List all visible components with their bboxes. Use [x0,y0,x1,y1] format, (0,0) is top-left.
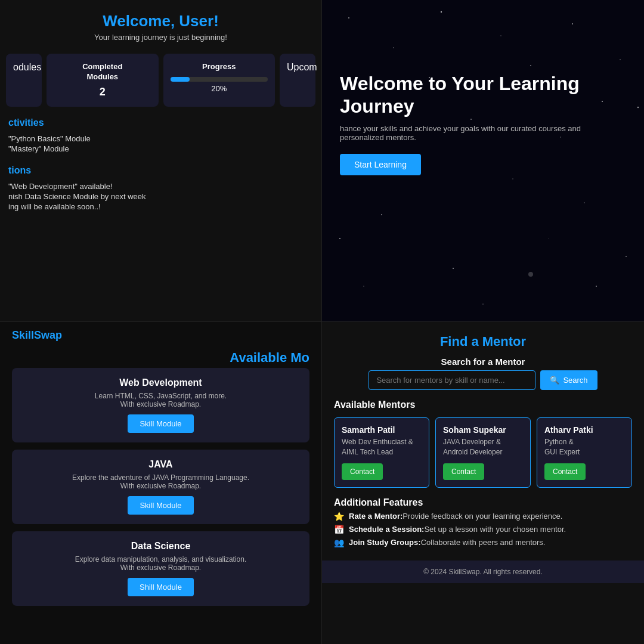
stat-label-modules-partial: odules [13,62,35,73]
svg-point-23 [363,286,364,286]
svg-point-1 [348,17,349,18]
notification-item-1: "Web Development" available! [8,182,313,191]
hero-title: Welcome to Your Learning Journey [340,72,626,118]
calendar-icon: 📅 [334,525,344,534]
mentor-role-soham: JAVA Developer & Android Developer [443,437,523,457]
mentor-search-input[interactable] [369,370,535,390]
search-icon: 🔍 [550,376,559,385]
notification-item-3: ing will be available soon..! [8,202,313,211]
notifications-title: tions [0,160,321,178]
mentor-name-soham: Soham Supekar [443,425,523,435]
group-icon: 👥 [334,538,344,547]
svg-point-17 [381,214,382,215]
stat-card-progress: Progress 20% [163,54,275,107]
stat-label-progress: Progress [171,62,268,72]
contact-btn-soham[interactable]: Contact [443,463,484,480]
skill-module-btn-datascience[interactable]: Shill Module [128,578,194,596]
hero-content: Welcome to Your Learning Journey hance y… [322,24,644,193]
progress-bar-container [171,77,268,82]
feature-studygroups: 👥 Join Study Groups:Collaborate with pee… [334,538,632,547]
modules-list: Web Development Learn HTML, CSS, JavaScr… [0,368,321,613]
stat-label-completed: CompletedModules [54,62,151,82]
mentors-row: Samarth Patil Web Dev Enthuciast & AIML … [322,414,644,491]
svg-point-26 [528,272,533,277]
module-title-webdev: Web Development [21,377,300,388]
available-modules-title: Available Mo [0,345,321,368]
search-row: 🔍 Search [322,370,644,396]
svg-point-21 [626,256,627,257]
svg-point-20 [548,238,549,239]
star-icon: ⭐ [334,512,344,521]
footer: © 2024 SkillSwap. All rights reserved. [322,561,644,583]
hero-panel: Dashboard Profile Welcome to Your Learni… [322,0,644,322]
activities-title: ctivities [0,113,321,131]
progress-pct: 20% [171,84,268,93]
module-card-java: JAVA Explore the adventure of JAVA Progr… [12,450,309,524]
module-desc-datascience: Explore data manipulation, analysis, and… [21,555,300,572]
dashboard-header: Welcome, User! Your learning journey is … [0,0,321,48]
module-card-datascience: Data Science Explore data manipulation, … [12,531,309,606]
skill-module-btn-java[interactable]: Skill Module [128,496,193,515]
skill-module-btn-webdev[interactable]: Skill Module [128,414,193,433]
stats-row: odules CompletedModules 2 Progress 20% U… [0,48,321,113]
start-learning-button[interactable]: Start Learning [340,154,421,175]
stat-value-completed: 2 [54,86,151,98]
module-title-datascience: Data Science [21,541,300,552]
mentor-name-atharv: Atharv Patki [544,425,624,435]
stat-label-upcoming: Upcom [287,62,308,73]
module-desc-java: Explore the adventure of JAVA Programmin… [21,473,300,490]
activities-content: "Python Basics" Module "Mastery" Module [0,131,321,160]
svg-point-18 [584,202,585,203]
welcome-title: Welcome, User! [6,12,315,30]
mentor-search-button[interactable]: 🔍 Search [540,370,597,390]
activity-item-1: "Python Basics" Module [8,134,313,143]
search-label: Search for a Mentor [322,352,644,370]
contact-btn-samarth[interactable]: Contact [342,463,383,480]
activity-item-2: "Mastery" Module [8,144,313,153]
module-desc-webdev: Learn HTML, CSS, JavaScript, and more. W… [21,392,300,408]
mentor-role-samarth: Web Dev Enthuciast & AIML Tech Lead [342,437,422,457]
feature-schedule: 📅 Schedule a Session:Set up a lesson wit… [334,525,632,534]
stat-card-modules-partial: odules [6,54,42,107]
feature-rate: ⭐ Rate a Mentor:Provide feedback on your… [334,512,632,521]
svg-point-24 [596,286,597,287]
brand-header: SkillSwap [0,322,321,345]
feature-list: ⭐ Rate a Mentor:Provide feedback on your… [322,512,644,557]
additional-features-title: Additional Features [322,491,644,512]
mentor-card-atharv: Atharv Patki Python & GUI Expert Contact [537,417,632,488]
notifications-content: "Web Development" available! nish Data S… [0,178,321,218]
mentor-panel: Find a Mentor Search for a Mentor 🔍 Sear… [322,322,644,644]
svg-point-25 [482,304,484,305]
notification-item-2: nish Data Science Module by next week [8,192,313,201]
mentors-section-title: Available Mentors [322,396,644,414]
welcome-subtitle: Your learning journey is just beginning! [6,33,315,42]
mentor-card-soham: Soham Supekar JAVA Developer & Android D… [435,417,531,488]
stat-card-upcoming-partial: Upcom [280,54,315,107]
mentor-name-samarth: Samarth Patil [342,425,422,435]
hero-subtitle: hance your skills and achieve your goals… [340,124,626,142]
modules-panel: SkillSwap Available Mo Web Development L… [0,322,322,644]
progress-bar-fill [171,77,190,82]
mentor-card-samarth: Samarth Patil Web Dev Enthuciast & AIML … [334,417,429,488]
module-title-java: JAVA [21,459,300,470]
dashboard-panel: Welcome, User! Your learning journey is … [0,0,322,322]
mentor-section-title: Find a Mentor [322,322,644,352]
mentor-role-atharv: Python & GUI Expert [544,437,624,457]
stat-card-completed: CompletedModules 2 [47,54,159,107]
svg-point-22 [453,268,454,269]
svg-point-19 [339,238,340,239]
svg-point-3 [441,11,442,13]
brand-name: SkillSwap [12,329,62,341]
module-card-webdev: Web Development Learn HTML, CSS, JavaScr… [12,368,309,442]
contact-btn-atharv[interactable]: Contact [544,463,586,480]
